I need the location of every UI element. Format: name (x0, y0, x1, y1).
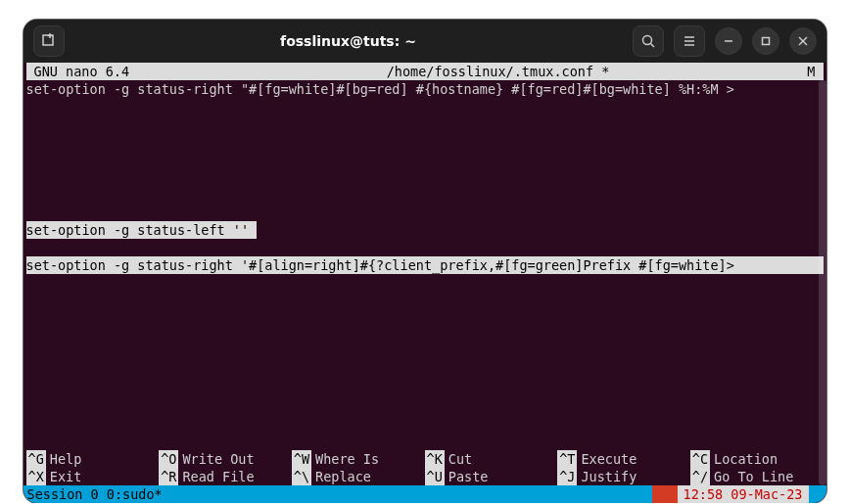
tmux-end-block (809, 485, 826, 503)
editor-line-selected: set-option -g status-left '' (26, 221, 824, 239)
editor-line (26, 344, 824, 362)
editor-line (26, 397, 824, 415)
tmux-time: 12:58 09-Mac-23 (678, 485, 809, 503)
shortcut-exit: ^XExit (26, 468, 160, 485)
nano-app-name: GNU nano 6.4 (34, 63, 211, 80)
shortcut-execute: ^TExecute (557, 450, 690, 468)
editor-line (26, 204, 824, 221)
svg-rect-9 (762, 38, 769, 45)
shortcut-cut: ^KCut (425, 450, 558, 468)
editor-content[interactable]: set-option -g status-right "#[fg=white]#… (26, 80, 824, 450)
tmux-red-block (652, 485, 678, 503)
editor-line-selected: set-option -g status-right '#[align=righ… (26, 256, 824, 274)
nano-shortcuts-row1: ^GHelp ^OWrite Out ^WWhere Is ^KCut ^TEx… (26, 450, 824, 468)
editor-line (26, 115, 824, 133)
titlebar: fosslinux@tuts: ~ (24, 20, 826, 63)
shortcut-replace: ^\Replace (292, 468, 425, 485)
shortcut-gotoline: ^/Go To Line (690, 468, 824, 485)
editor-line (26, 309, 824, 327)
shortcut-justify: ^JJustify (557, 468, 690, 485)
shortcut-help: ^GHelp (26, 450, 160, 468)
tmux-status-bar: Session 0 0:sudo* 12:58 09-Mac-23 (24, 485, 826, 503)
new-tab-button[interactable] (33, 25, 65, 57)
search-button[interactable] (633, 25, 664, 57)
editor-line (26, 186, 824, 204)
editor-line (26, 239, 824, 256)
tmux-session: Session 0 0:sudo* (24, 485, 652, 503)
shortcut-whereis: ^WWhere Is (292, 450, 425, 468)
shortcut-writeout: ^OWrite Out (159, 450, 292, 468)
editor-line (26, 168, 824, 186)
editor-line (26, 133, 824, 151)
shortcut-location: ^CLocation (690, 450, 824, 468)
svg-rect-0 (43, 35, 53, 45)
minimize-button[interactable] (715, 27, 742, 55)
editor-line: set-option -g status-right "#[fg=white]#… (26, 80, 824, 98)
svg-point-3 (642, 36, 651, 45)
terminal-area[interactable]: GNU nano 6.4 /home/fosslinux/.tmux.conf … (24, 63, 826, 503)
scrollbar[interactable] (819, 80, 826, 485)
maximize-button[interactable] (752, 27, 779, 55)
shortcut-paste: ^UPaste (425, 468, 558, 485)
svg-line-4 (650, 44, 654, 48)
menu-button[interactable] (674, 25, 705, 57)
editor-line (26, 274, 824, 292)
nano-shortcuts-row2: ^XExit ^RRead File ^\Replace ^UPaste ^JJ… (26, 468, 824, 485)
nano-titlebar: GNU nano 6.4 /home/fosslinux/.tmux.conf … (26, 63, 824, 80)
editor-line (26, 433, 824, 450)
editor-line (26, 415, 824, 433)
close-button[interactable] (789, 27, 817, 55)
editor-line (26, 151, 824, 168)
editor-line (26, 380, 824, 397)
nano-modified-flag: M (786, 63, 816, 80)
window-title: fosslinux@tuts: ~ (72, 33, 625, 49)
shortcut-readfile: ^RRead File (159, 468, 292, 485)
editor-line (26, 98, 824, 115)
editor-line (26, 362, 824, 380)
editor-line (26, 327, 824, 344)
terminal-window: fosslinux@tuts: ~ GNU nano 6.4 /home/fos (24, 20, 826, 503)
nano-filepath: /home/fosslinux/.tmux.conf * (211, 63, 786, 80)
editor-line (26, 292, 824, 309)
